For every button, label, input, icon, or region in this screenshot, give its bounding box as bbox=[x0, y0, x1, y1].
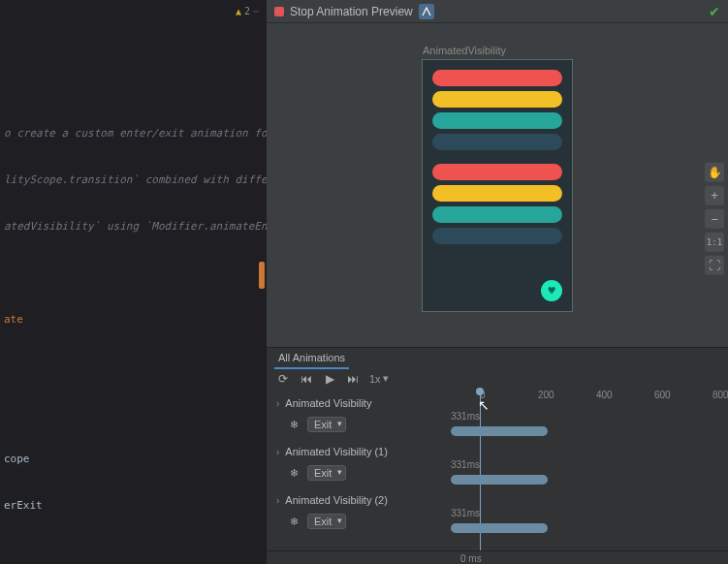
preview-tools: ✋ + − 1:1 ⛶ bbox=[705, 163, 724, 275]
zoom-out-button[interactable]: − bbox=[705, 209, 724, 229]
freeze-icon[interactable]: ❄ bbox=[286, 514, 301, 529]
state-select[interactable]: Exit bbox=[307, 417, 346, 432]
expand-button[interactable]: ⛶ bbox=[705, 256, 724, 275]
more-icon: ⋯ bbox=[253, 6, 259, 16]
bar-item bbox=[432, 112, 562, 129]
zoom-in-button[interactable]: + bbox=[705, 186, 724, 205]
track-name: Animated Visibility (2) bbox=[285, 494, 388, 506]
comment: lityScope.transition` combined with diff… bbox=[4, 173, 267, 186]
comment: o create a custom enter/exit animation f… bbox=[4, 127, 267, 140]
tick-label: 800 bbox=[712, 390, 728, 400]
anim-transport: ⟳ ⏮ ▶ ⏭ 1x▾ bbox=[267, 369, 728, 388]
bar-item bbox=[432, 228, 562, 244]
animation-panel: All Animations ⟳ ⏮ ▶ ⏭ 1x▾ › Animated Vi… bbox=[267, 347, 728, 564]
track-header[interactable]: › Animated Visibility (2) bbox=[267, 488, 451, 512]
chevron-right-icon: › bbox=[276, 398, 279, 409]
timeline-ruler[interactable]: 0 200 400 600 800 1000 bbox=[451, 388, 728, 405]
change-marker bbox=[259, 262, 265, 289]
code-text: erExit bbox=[4, 499, 43, 512]
track-name: Animated Visibility (1) bbox=[285, 446, 388, 457]
anim-track-list: › Animated Visibility ❄ Exit › Animated … bbox=[267, 388, 451, 550]
next-frame-button[interactable]: ⏭ bbox=[346, 372, 360, 386]
device-preview[interactable]: AnimatedVisibility ♥ bbox=[422, 59, 573, 312]
preview-canvas[interactable]: AnimatedVisibility ♥ ✋ + − 1:1 ⛶ bbox=[267, 23, 728, 347]
bar-item bbox=[432, 91, 562, 108]
track-bar[interactable] bbox=[451, 523, 548, 533]
track-row: › Animated Visibility (2) ❄ Exit bbox=[267, 488, 451, 537]
bar-item bbox=[432, 134, 562, 150]
track-row: › Animated Visibility (1) ❄ Exit bbox=[267, 440, 451, 488]
preview-toolbar: Stop Animation Preview ✔ bbox=[267, 0, 728, 23]
code-text: ate bbox=[4, 313, 23, 326]
track-header[interactable]: › Animated Visibility (1) bbox=[267, 440, 451, 463]
right-pane: Stop Animation Preview ✔ AnimatedVisibil… bbox=[267, 0, 728, 564]
bar-item bbox=[432, 206, 562, 223]
chevron-right-icon: › bbox=[276, 447, 279, 457]
fab-button[interactable]: ♥ bbox=[541, 280, 562, 301]
chevron-down-icon: ▾ bbox=[383, 372, 389, 385]
code-body[interactable]: o create a custom enter/exit animation f… bbox=[0, 21, 267, 564]
prev-frame-button[interactable]: ⏮ bbox=[300, 372, 313, 386]
freeze-icon[interactable]: ❄ bbox=[286, 465, 301, 481]
track-row: › Animated Visibility ❄ Exit bbox=[267, 392, 451, 440]
track-bar[interactable] bbox=[451, 475, 548, 485]
status-ok-icon: ✔ bbox=[709, 4, 720, 19]
speed-select[interactable]: 1x▾ bbox=[369, 372, 389, 385]
minus-icon: − bbox=[711, 212, 717, 226]
tick-label: 600 bbox=[654, 390, 671, 400]
zoom-fit-button[interactable]: 1:1 bbox=[705, 233, 724, 252]
one-to-one-icon: 1:1 bbox=[707, 237, 722, 247]
pan-button[interactable]: ✋ bbox=[705, 163, 724, 182]
loop-button[interactable]: ⟳ bbox=[276, 372, 290, 386]
state-select[interactable]: Exit bbox=[307, 514, 346, 529]
freeze-icon[interactable]: ❄ bbox=[286, 417, 301, 432]
play-button[interactable]: ▶ bbox=[323, 372, 336, 386]
build-refresh-button[interactable] bbox=[419, 4, 434, 19]
bar-item bbox=[432, 164, 562, 180]
warning-count: 2 bbox=[244, 6, 250, 16]
warning-icon: ▲ bbox=[236, 6, 241, 16]
composable-label: AnimatedVisibility bbox=[423, 45, 506, 56]
code-text: cope bbox=[4, 453, 30, 465]
anim-timeline[interactable]: 0 200 400 600 800 1000 ↖ 331ms 331ms bbox=[451, 388, 728, 550]
time-position: 0 ms bbox=[460, 553, 482, 564]
bar-item bbox=[432, 70, 562, 86]
plus-icon: + bbox=[711, 189, 717, 203]
code-editor[interactable]: ▲ 2 ⋯ o create a custom enter/exit anima… bbox=[0, 0, 267, 564]
stop-icon[interactable] bbox=[274, 7, 284, 16]
tab-all-animations[interactable]: All Animations bbox=[274, 348, 349, 369]
preview-content bbox=[423, 60, 572, 311]
comment: atedVisibility` using `Modifier.animateE… bbox=[4, 220, 267, 233]
inspection-badges[interactable]: ▲ 2 ⋯ bbox=[236, 6, 259, 16]
chevron-right-icon: › bbox=[276, 495, 279, 506]
duration-label: 331ms bbox=[451, 459, 480, 470]
state-select[interactable]: Exit bbox=[307, 465, 346, 481]
tick-label: 200 bbox=[538, 390, 554, 400]
tick-label: 400 bbox=[596, 390, 613, 400]
duration-label: 331ms bbox=[451, 508, 480, 518]
hand-icon: ✋ bbox=[708, 166, 722, 179]
track-name: Animated Visibility bbox=[285, 397, 371, 409]
bar-item bbox=[432, 185, 562, 202]
editor-gutter-top: ▲ 2 ⋯ bbox=[0, 0, 267, 21]
expand-icon: ⛶ bbox=[709, 259, 720, 272]
anim-tabs: All Animations bbox=[267, 348, 728, 369]
track-bar[interactable] bbox=[451, 426, 548, 436]
duration-label: 331ms bbox=[451, 411, 480, 422]
track-header[interactable]: › Animated Visibility bbox=[267, 392, 451, 415]
timeline-footer: 0 ms bbox=[267, 550, 728, 564]
preview-title[interactable]: Stop Animation Preview bbox=[290, 5, 413, 18]
